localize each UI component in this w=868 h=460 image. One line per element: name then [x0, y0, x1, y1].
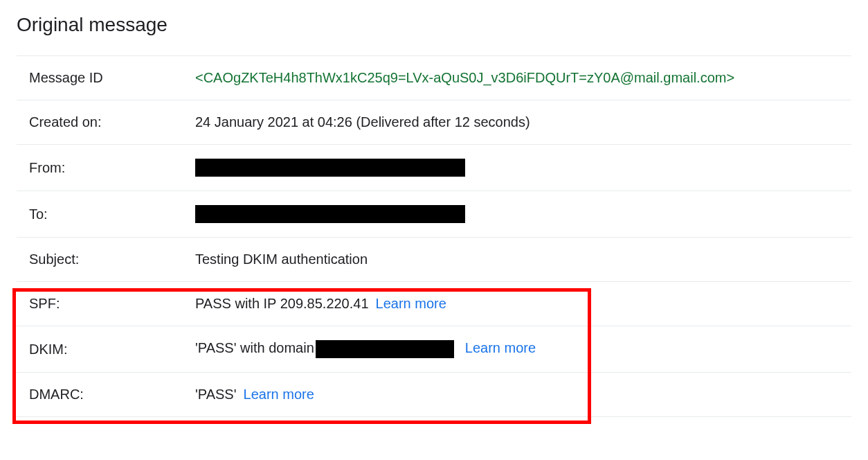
learn-more-dmarc[interactable]: Learn more	[244, 387, 314, 402]
value-dkim-prefix: 'PASS' with domain	[195, 340, 314, 355]
value-created-on: 24 January 2021 at 04:26 (Delivered afte…	[183, 100, 851, 145]
label-subject: Subject:	[17, 238, 183, 282]
label-to: To:	[17, 191, 183, 238]
label-dmarc: DMARC:	[17, 373, 183, 417]
redacted-to	[195, 205, 465, 223]
redacted-dkim-domain	[316, 340, 454, 358]
message-details-table: Message ID <CAOgZKTeH4h8ThWx1kC25q9=LVx-…	[17, 55, 851, 417]
page-title: Original message	[17, 14, 851, 36]
value-message-id: <CAOgZKTeH4h8ThWx1kC25q9=LVx-aQuS0J_v3D6…	[195, 70, 734, 85]
value-dmarc: 'PASS'	[195, 387, 237, 402]
learn-more-dkim[interactable]: Learn more	[465, 340, 536, 355]
label-from: From:	[17, 145, 183, 191]
redacted-from	[195, 159, 465, 177]
row-from: From:	[17, 145, 851, 191]
row-dkim: DKIM: 'PASS' with domainLearn more	[17, 326, 851, 373]
row-message-id: Message ID <CAOgZKTeH4h8ThWx1kC25q9=LVx-…	[17, 56, 851, 100]
label-spf: SPF:	[17, 282, 183, 326]
row-dmarc: DMARC: 'PASS'Learn more	[17, 373, 851, 417]
label-message-id: Message ID	[17, 56, 183, 100]
value-subject: Testing DKIM authentication	[183, 238, 851, 282]
learn-more-spf[interactable]: Learn more	[376, 296, 446, 311]
row-created-on: Created on: 24 January 2021 at 04:26 (De…	[17, 100, 851, 145]
row-to: To:	[17, 191, 851, 238]
row-spf: SPF: PASS with IP 209.85.220.41Learn mor…	[17, 282, 851, 326]
label-dkim: DKIM:	[17, 326, 183, 373]
label-created-on: Created on:	[17, 100, 183, 145]
value-spf: PASS with IP 209.85.220.41	[195, 296, 369, 311]
row-subject: Subject: Testing DKIM authentication	[17, 238, 851, 282]
